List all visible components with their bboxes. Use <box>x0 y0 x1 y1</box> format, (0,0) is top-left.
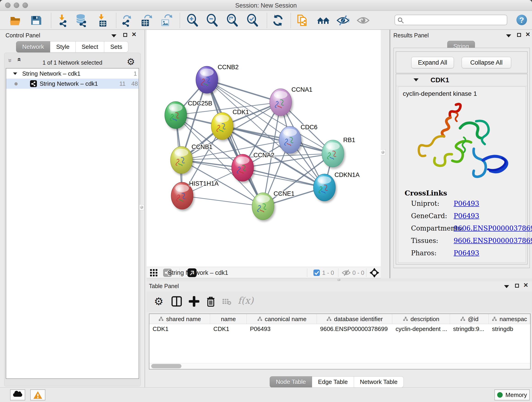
network-canvas[interactable]: CCNB2CCNA1CDC25BCDK1CDC6RB1CCNB1CCNA2CDK… <box>147 30 381 267</box>
results-panel-float-icon[interactable] <box>506 34 511 37</box>
column-header-description[interactable]: description <box>392 314 450 324</box>
column-header-database-identifier[interactable]: database identifier <box>317 314 392 324</box>
column-header-namespac[interactable]: namespac <box>489 314 530 324</box>
open-session-icon[interactable] <box>9 14 22 27</box>
shared-column-icon <box>158 317 164 322</box>
zoom-selected-icon[interactable] <box>246 14 259 27</box>
birds-eye-view-icon[interactable] <box>369 268 380 278</box>
column-header-shared-name[interactable]: shared name <box>149 314 210 324</box>
crosslink-label: Uniprot: <box>411 200 439 207</box>
selected-node-edge-counts: 1 - 0 <box>322 269 334 276</box>
zoom-in-icon[interactable] <box>186 14 199 27</box>
copy-style-icon[interactable] <box>297 14 310 27</box>
table-options-gear-icon[interactable]: ⚙ <box>154 296 163 307</box>
node-CCNB1[interactable] <box>171 147 192 173</box>
node-CCNA1[interactable] <box>270 89 292 116</box>
refresh-icon[interactable] <box>271 14 285 27</box>
table-panel-maximize-icon[interactable] <box>515 284 519 288</box>
import-network-file-icon[interactable] <box>56 14 69 27</box>
shared-column-icon <box>460 317 466 322</box>
column-header-@id[interactable]: @id <box>450 314 489 324</box>
node-CDC25B[interactable] <box>165 102 187 128</box>
network-options-gear-icon[interactable]: ⚙ <box>127 57 135 66</box>
control-panel-maximize-icon[interactable] <box>123 33 127 37</box>
table-row[interactable]: CDK1CDK1P064939606.ENSP00000378699cyclin… <box>149 324 530 334</box>
network-collection-row[interactable]: String Network – cdk1 1 <box>6 69 139 79</box>
node-CCNE1[interactable] <box>252 193 274 220</box>
column-header-name[interactable]: name <box>210 314 247 324</box>
left-splitter[interactable] <box>145 30 147 387</box>
right-splitter-handle[interactable] <box>380 149 385 155</box>
entry-expander-icon[interactable] <box>413 78 418 81</box>
tab-node-table[interactable]: Node Table <box>270 376 312 388</box>
crosslink-value-link[interactable]: P06493 <box>454 212 479 220</box>
table-panel-close-icon[interactable]: ✕ <box>523 283 528 287</box>
edge-HIST1H1A-CCNE1[interactable] <box>182 196 263 206</box>
tab-sets[interactable]: Sets <box>104 41 128 52</box>
search-field[interactable] <box>394 15 507 25</box>
cell-name[interactable]: CDK1 <box>210 324 247 334</box>
export-table-icon[interactable] <box>140 14 153 27</box>
tab-style[interactable]: Style <box>50 41 76 52</box>
collection-expander-icon[interactable] <box>13 72 17 75</box>
cell-description[interactable]: cyclin-dependent ... <box>392 324 450 334</box>
crosslink-value-link[interactable]: 9606.ENSP00000378699 <box>454 224 532 232</box>
crosslink-row: Pharos:P06493 <box>411 249 526 262</box>
create-column-icon[interactable] <box>189 296 199 307</box>
cell-database-identifier[interactable]: 9606.ENSP00000378699 <box>317 324 392 334</box>
zoom-fit-icon[interactable] <box>226 14 239 27</box>
horizontal-splitter-handle[interactable] <box>337 279 341 281</box>
control-panel-close-icon[interactable]: ✕ <box>132 32 137 36</box>
tab-network-table[interactable]: Network Table <box>354 376 404 388</box>
warnings-button[interactable] <box>30 389 45 400</box>
node-RB1[interactable] <box>322 140 344 167</box>
import-table-file-icon[interactable] <box>95 14 108 27</box>
table-panel-float-icon[interactable] <box>504 285 509 288</box>
tab-network[interactable]: Network <box>16 41 50 52</box>
cell-@id[interactable]: stringdb:9... <box>450 324 489 334</box>
node-CCNA2[interactable] <box>232 154 254 181</box>
cell-namespac[interactable]: stringdb <box>489 324 530 334</box>
node-CDC6[interactable] <box>279 126 301 153</box>
gene-entry-header[interactable]: CDK1 <box>396 74 527 86</box>
delete-column-icon[interactable] <box>206 296 216 307</box>
toolbar-separator <box>338 268 338 277</box>
table-hscrollbar-thumb[interactable] <box>151 364 181 368</box>
grid-view-icon[interactable] <box>150 269 158 277</box>
export-image-icon[interactable] <box>159 14 173 27</box>
cell-shared-name[interactable]: CDK1 <box>149 324 210 334</box>
node-CDKN1A[interactable] <box>313 174 336 201</box>
crosslink-value-link[interactable]: P06493 <box>454 200 479 207</box>
crosslink-value-link[interactable]: 9606.ENSP00000378699 <box>454 237 532 245</box>
show-columns-icon[interactable] <box>171 296 182 307</box>
node-CDK1[interactable] <box>211 113 233 140</box>
help-button[interactable]: ? <box>516 15 527 25</box>
cell-canonical-name[interactable]: P06493 <box>247 324 317 334</box>
search-input[interactable] <box>405 16 504 24</box>
selected-checkbox-icon[interactable] <box>313 269 320 276</box>
hide-selected-icon[interactable] <box>336 14 350 27</box>
tab-select[interactable]: Select <box>76 41 104 52</box>
collapse-all-button[interactable]: Collapse All <box>462 57 511 68</box>
edge-CCNB2-CCNA1[interactable] <box>207 80 281 102</box>
results-panel-maximize-icon[interactable] <box>517 33 521 37</box>
results-panel-close-icon[interactable]: ✕ <box>525 32 530 36</box>
first-neighbors-icon[interactable] <box>317 14 330 27</box>
tab-edge-table[interactable]: Edge Table <box>312 376 354 388</box>
import-network-database-icon[interactable] <box>75 14 88 27</box>
control-panel-float-icon[interactable] <box>111 34 116 37</box>
expand-all-button[interactable]: Expand All <box>411 57 454 68</box>
zoom-out-icon[interactable] <box>206 14 219 27</box>
edge-CCNB2-CCNE1[interactable] <box>207 80 263 206</box>
save-session-icon[interactable] <box>29 14 43 27</box>
node-CCNB2[interactable] <box>196 66 218 93</box>
automation-button[interactable] <box>10 389 25 400</box>
crosslink-value-link[interactable]: P06493 <box>454 249 479 257</box>
memory-button[interactable]: Memory <box>494 389 530 400</box>
show-all-icon[interactable] <box>356 14 370 27</box>
horizontal-splitter[interactable] <box>147 278 532 281</box>
left-splitter-handle[interactable] <box>139 204 144 210</box>
network-row[interactable]: String Network – cdk1 11 48 <box>6 79 139 89</box>
column-header-canonical-name[interactable]: canonical name <box>247 314 317 324</box>
export-network-icon[interactable] <box>120 14 133 27</box>
